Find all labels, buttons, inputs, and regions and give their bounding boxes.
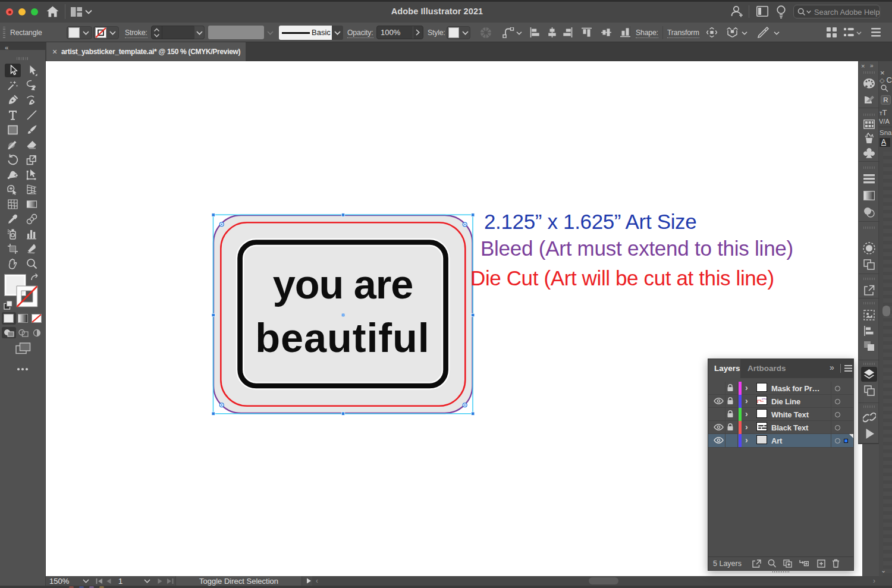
svg-text:beautiful: beautiful [255, 315, 430, 361]
svg-text:2.125” x 1.625” Art Size: 2.125” x 1.625” Art Size [484, 210, 696, 233]
svg-text:Die Cut (Art will be cut at th: Die Cut (Art will be cut at this line) [470, 266, 774, 290]
svg-text:Bleed (Art must extend to this: Bleed (Art must extend to this line) [480, 237, 793, 260]
svg-text:you are: you are [273, 262, 413, 307]
